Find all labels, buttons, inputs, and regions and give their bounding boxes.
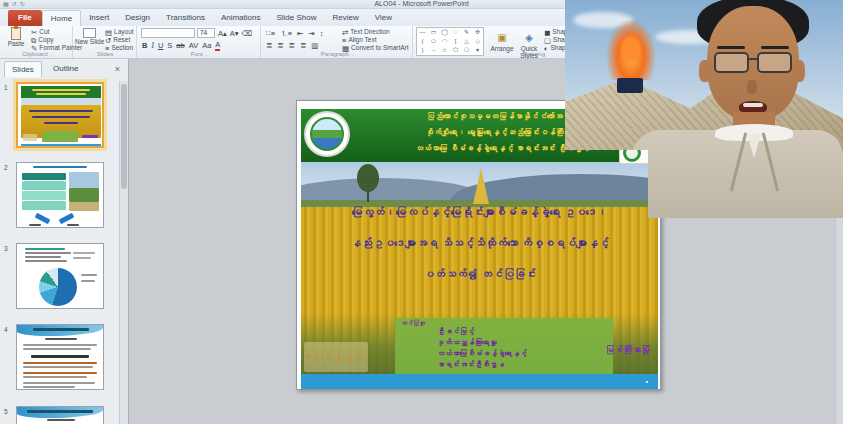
tab-slides-pane[interactable]: Slides <box>4 61 42 77</box>
font-name-combo[interactable] <box>141 28 195 38</box>
paragraph-dialog-launcher-icon[interactable]: ⌟ <box>351 51 353 57</box>
shape-pencil-icon[interactable]: ✎ <box>461 28 472 37</box>
increase-indent-icon[interactable]: ⇥ <box>308 29 314 38</box>
text-direction-button[interactable]: ⇄ Text Direction <box>342 28 390 36</box>
bold-button[interactable]: B <box>142 41 147 50</box>
presenter-dept-1: လယ်ယာမြေစီမံခန့်ခွဲရေးနှင့် <box>437 348 527 359</box>
title-line-3: ပတ်သက်၍ တင်ပြခြင်း <box>301 259 658 290</box>
save-icon[interactable]: ▦ <box>3 1 9 8</box>
bullets-icon[interactable]: ∷≡ <box>266 29 275 38</box>
panel-scrollbar[interactable] <box>119 81 128 424</box>
grow-font-icon[interactable]: A▴ <box>218 29 227 38</box>
glasses-icon <box>714 52 749 73</box>
shape-oval-icon[interactable]: ⬭ <box>428 37 439 46</box>
slide-number: 2 <box>4 164 12 171</box>
change-case-icon[interactable]: Aa <box>202 41 211 50</box>
underline-button[interactable]: U <box>158 41 163 50</box>
shrink-font-icon[interactable]: A▾ <box>230 29 239 38</box>
quick-access-toolbar[interactable]: ▦ ↺ ↻ <box>3 1 25 8</box>
presenter-label: တင်ပြသူ <box>401 320 425 326</box>
paste-icon <box>11 27 21 40</box>
tab-outline-pane[interactable]: Outline <box>46 61 85 77</box>
slide-bottom-strip <box>301 374 658 389</box>
group-paragraph: ∷≡ ⒈≡ ⇤ ⇥ ↕ ≣ ≣ ≣ ≣ ▥ ⇄ Text Direction ≡… <box>262 26 413 58</box>
slide-title: မြေလွတ်၊မြေလပ်နှင့်မြေရိုင်းများစီမံခန့်… <box>301 197 658 290</box>
character-spacing-icon[interactable]: AV <box>189 41 198 50</box>
align-right-icon[interactable]: ≣ <box>289 41 295 50</box>
tab-insert[interactable]: Insert <box>81 10 117 26</box>
tab-file[interactable]: File <box>8 10 42 26</box>
decrease-indent-icon[interactable]: ⇤ <box>297 29 303 38</box>
quick-styles-icon: ◈ <box>525 32 533 43</box>
clear-formatting-icon[interactable]: ⌫ <box>242 29 253 38</box>
shape-line-icon[interactable]: — <box>417 28 428 37</box>
new-slide-button[interactable]: New Slide <box>75 28 103 46</box>
close-pane-icon[interactable]: × <box>111 63 124 76</box>
tree-icon <box>357 164 379 192</box>
justify-icon[interactable]: ≣ <box>300 41 306 50</box>
tab-review[interactable]: Review <box>324 10 366 26</box>
shape-brace-icon[interactable]: { <box>417 37 428 46</box>
tab-slide-show[interactable]: Slide Show <box>268 10 324 26</box>
slide-number: 5 <box>4 408 12 415</box>
font-dialog-launcher-icon[interactable]: ⌟ <box>205 51 207 57</box>
shape-bracket-icon[interactable]: [ <box>450 37 461 46</box>
font-size-combo[interactable]: 74 <box>197 28 215 38</box>
group-font: 74 A▴ A▾ ⌫ B I U S ab AV Aa A Font⌟ <box>138 26 261 58</box>
presenter-dept-2: စာရင်းအင်းဦးစီးဌာန <box>437 359 505 370</box>
clipboard-dialog-launcher-icon[interactable]: ⌟ <box>50 51 52 57</box>
arrange-icon: ▣ <box>497 32 506 43</box>
new-slide-icon <box>83 28 96 38</box>
italic-button[interactable]: I <box>151 41 154 50</box>
align-center-icon[interactable]: ≣ <box>277 41 283 50</box>
tab-design[interactable]: Design <box>117 10 158 26</box>
shape-rect-icon[interactable]: ▭ <box>428 28 439 37</box>
presenter-title: ဒုတိယညွှန်ကြားရေးမှူး <box>437 337 497 348</box>
presenter-name: ဦးခင်မြင့် <box>437 326 475 337</box>
window-title: ALO04 - Microsoft PowerPoint <box>374 0 468 7</box>
align-left-icon[interactable]: ≣ <box>266 41 272 50</box>
slide-thumbnail-4[interactable] <box>16 324 104 390</box>
group-slides: New Slide ▤ Layout ↺ Reset ≡ Section Sli… <box>74 26 137 58</box>
shape-tri-icon[interactable]: △ <box>461 37 472 46</box>
slide-thumbnail-2[interactable] <box>16 162 104 228</box>
title-line-2: နည်းဥပဒေများအရ သိသင့်သိထိုက်သော ကိစ္စရပ်… <box>301 228 658 259</box>
ministry-logo-icon <box>304 111 350 157</box>
font-color-button[interactable]: A <box>215 40 220 51</box>
slide-thumbnail-3[interactable] <box>16 243 104 309</box>
paste-button[interactable]: Paste <box>4 27 28 48</box>
slide-number: 4 <box>4 326 12 333</box>
numbering-icon[interactable]: ⒈≡ <box>280 29 292 38</box>
date-box: ၁၇.၁၂.၂၀၂၀ <box>304 342 368 372</box>
title-line-1: မြေလွတ်၊မြေလပ်နှင့်မြေရိုင်းများစီမံခန့်… <box>301 197 658 228</box>
line-spacing-icon[interactable]: ↕ <box>320 29 324 38</box>
slide-number: 1 <box>4 84 12 91</box>
tab-view[interactable]: View <box>367 10 400 26</box>
strikethrough-button[interactable]: ab <box>176 41 184 50</box>
tab-home[interactable]: Home <box>42 10 81 26</box>
location-text: မြစ်ကြီးနားမြို့ <box>605 345 659 355</box>
shape-arc-icon[interactable]: ◠ <box>439 37 450 46</box>
group-clipboard: Paste ✂ Cut ⧉ Copy ✎ Format Painter Clip… <box>2 26 73 58</box>
columns-icon[interactable]: ▥ <box>311 41 318 50</box>
shadow-button[interactable]: S <box>167 41 172 50</box>
redo-icon[interactable]: ↻ <box>20 1 25 8</box>
shape-gear-icon[interactable]: ✣ <box>472 28 483 37</box>
shape-diamond-icon[interactable]: ◇ <box>472 37 483 46</box>
undo-icon[interactable]: ↺ <box>12 1 17 8</box>
slides-panel: Slides Outline × 1 2 <box>0 59 129 424</box>
slide-thumbnail-5[interactable] <box>16 406 104 424</box>
powerpoint-window: ▦ ↺ ↻ ALO04 - Microsoft PowerPoint File … <box>0 0 843 424</box>
shape-circle-icon[interactable]: ◯ <box>439 28 450 37</box>
slide-thumbnail-1[interactable] <box>16 82 104 148</box>
arrange-button[interactable]: ▣ Arrange <box>488 27 516 53</box>
presenter-box: တင်ပြသူ ဦးခင်မြင့် ဒုတိယညွှန်ကြားရေးမှူး… <box>395 318 613 374</box>
tab-animations[interactable]: Animations <box>213 10 269 26</box>
shape-heart-icon[interactable]: ♡ <box>450 28 461 37</box>
gas-flare-icon <box>607 20 655 80</box>
drilling-rig-icon <box>617 78 643 93</box>
tab-transitions[interactable]: Transitions <box>158 10 213 26</box>
slide-number: 3 <box>4 245 12 252</box>
